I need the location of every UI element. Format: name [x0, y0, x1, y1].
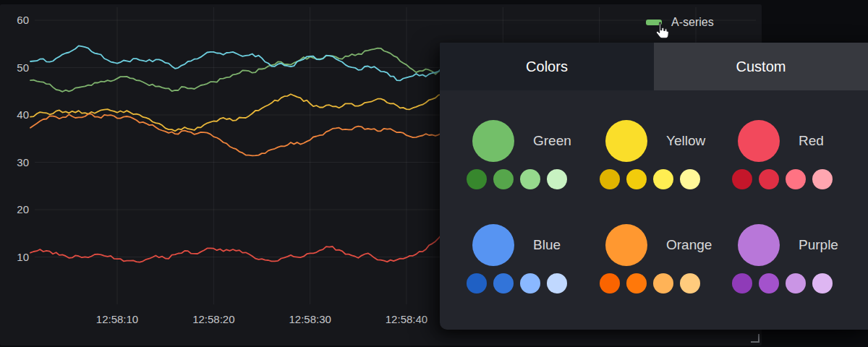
hand-cursor-icon	[652, 21, 672, 42]
color-swatch-label: Purple	[799, 237, 838, 253]
color-shade-yellow-3[interactable]	[680, 169, 700, 189]
color-shade-purple-1[interactable]	[759, 273, 779, 294]
color-swatch-orange[interactable]	[605, 224, 647, 266]
color-shade-green-3[interactable]	[547, 169, 567, 189]
series-line-#E24D42	[30, 231, 445, 262]
color-shade-orange-0[interactable]	[600, 273, 620, 294]
y-tick-label: 60	[0, 13, 29, 27]
color-swatch-label: Green	[533, 133, 571, 149]
palette-group-red: Red	[732, 120, 859, 189]
palette-group-green: Green	[467, 120, 594, 189]
color-shade-green-0[interactable]	[467, 169, 487, 189]
legend-label[interactable]: A-series	[671, 16, 714, 29]
series-line-#6ED0E0	[30, 46, 445, 80]
palette-group-purple: Purple	[732, 224, 859, 294]
color-shade-yellow-0[interactable]	[600, 169, 620, 189]
color-shade-purple-0[interactable]	[732, 273, 752, 294]
y-tick-label: 30	[0, 155, 29, 170]
color-shade-red-0[interactable]	[732, 169, 752, 189]
color-swatch-red[interactable]	[738, 120, 780, 162]
color-swatch-purple[interactable]	[738, 224, 780, 266]
color-shade-red-2[interactable]	[786, 169, 806, 189]
x-tick-label: 12:58:20	[177, 312, 250, 327]
color-swatch-label: Yellow	[666, 133, 705, 149]
color-swatch-blue[interactable]	[472, 224, 514, 266]
y-tick-label: 40	[0, 108, 29, 122]
color-picker-popover: Colors Custom GreenYellowRedBlueOrangePu…	[440, 43, 868, 330]
color-shade-red-3[interactable]	[812, 169, 833, 189]
color-shade-blue-0[interactable]	[467, 273, 487, 294]
color-shade-red-1[interactable]	[759, 169, 779, 189]
color-shade-orange-1[interactable]	[626, 273, 647, 294]
color-shade-blue-2[interactable]	[520, 273, 540, 294]
color-shade-blue-1[interactable]	[493, 273, 514, 294]
color-shade-yellow-2[interactable]	[653, 169, 673, 189]
color-shade-yellow-1[interactable]	[626, 169, 647, 189]
color-swatch-label: Red	[799, 133, 824, 149]
palette-group-yellow: Yellow	[600, 120, 727, 189]
color-shade-green-2[interactable]	[520, 169, 540, 189]
color-swatch-green[interactable]	[472, 120, 514, 162]
palette-grid: GreenYellowRedBlueOrangePurple	[440, 90, 868, 330]
y-tick-label: 50	[0, 61, 29, 75]
color-swatch-label: Orange	[666, 237, 712, 253]
x-tick-label: 12:58:10	[81, 312, 153, 327]
color-shade-orange-3[interactable]	[680, 273, 700, 294]
color-picker-tabs: Colors Custom	[440, 43, 868, 90]
color-shade-orange-2[interactable]	[653, 273, 673, 294]
series-line-#EF843C	[30, 114, 445, 156]
palette-group-orange: Orange	[600, 224, 727, 294]
color-swatch-label: Blue	[533, 237, 561, 253]
y-tick-label: 20	[0, 202, 29, 217]
panel-resize-handle[interactable]	[751, 334, 760, 343]
color-swatch-yellow[interactable]	[605, 120, 647, 162]
series-line-#EAB839	[30, 93, 445, 131]
tab-custom[interactable]: Custom	[654, 43, 868, 90]
palette-group-blue: Blue	[467, 224, 594, 294]
color-shade-purple-3[interactable]	[812, 273, 833, 294]
x-tick-label: 12:58:40	[370, 312, 443, 327]
x-tick-label: 12:58:30	[274, 312, 346, 327]
tab-colors[interactable]: Colors	[440, 43, 654, 90]
color-shade-purple-2[interactable]	[786, 273, 806, 294]
y-tick-label: 10	[0, 250, 29, 265]
color-shade-green-1[interactable]	[493, 169, 514, 189]
chart-series-lines	[30, 46, 445, 262]
color-shade-blue-3[interactable]	[547, 273, 567, 294]
grafana-dashboard: 102030405060 12:58:1012:58:2012:58:3012:…	[0, 0, 868, 347]
